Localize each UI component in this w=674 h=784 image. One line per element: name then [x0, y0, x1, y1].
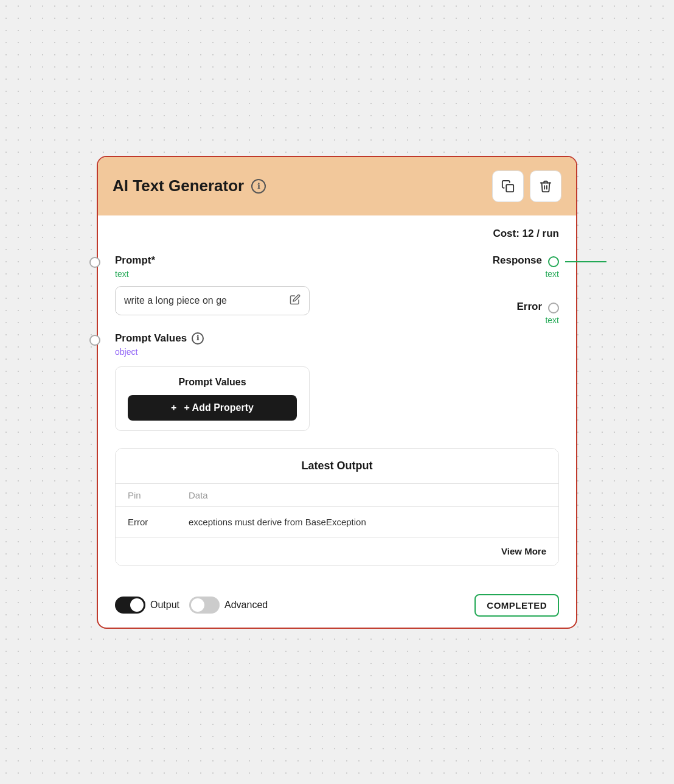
prompt-input-value: write a long piece on ge: [124, 295, 290, 306]
latest-output-title: Latest Output: [116, 449, 558, 484]
advanced-toggle[interactable]: [189, 597, 220, 614]
response-label: Response: [493, 254, 542, 267]
view-more-button[interactable]: View More: [501, 546, 546, 556]
prompt-values-type: object: [115, 347, 493, 357]
row-pin: Error: [128, 517, 189, 527]
edit-icon[interactable]: [290, 294, 301, 307]
info-icon[interactable]: ℹ: [251, 179, 266, 194]
ai-text-generator-card: AI Text Generator ℹ: [97, 156, 577, 629]
header-left: AI Text Generator ℹ: [113, 177, 266, 195]
error-label: Error: [516, 301, 542, 313]
card-header: AI Text Generator ℹ: [98, 157, 576, 215]
prompt-label: Prompt*: [115, 254, 493, 267]
prompt-values-info-icon[interactable]: ℹ: [192, 332, 204, 345]
latest-output-table-header: Pin Data: [116, 484, 558, 507]
cost-display: Cost: 12 / run: [115, 228, 559, 240]
lo-footer: View More: [116, 537, 558, 565]
header-buttons: [492, 170, 561, 202]
output-toggle-wrapper: Output: [115, 597, 179, 614]
table-row: Error exceptions must derive from BaseEx…: [116, 507, 558, 537]
response-output: Response text: [493, 254, 559, 286]
error-type: text: [545, 315, 559, 325]
response-type: text: [545, 269, 559, 279]
advanced-toggle-wrapper: Advanced: [189, 597, 268, 614]
advanced-toggle-knob: [191, 598, 204, 612]
response-connector-line: [565, 261, 606, 262]
output-toggle[interactable]: [115, 597, 145, 614]
prompt-values-box: Prompt Values + + Add Property: [115, 366, 310, 431]
row-data: exceptions must derive from BaseExceptio…: [189, 517, 546, 527]
error-output: Error text: [516, 301, 559, 332]
prompt-values-left-connector: [89, 335, 100, 346]
delete-button[interactable]: [530, 170, 561, 202]
prompt-values-label: Prompt Values ℹ: [115, 332, 493, 345]
prompt-values-box-title: Prompt Values: [128, 377, 297, 388]
card-footer: Output Advanced COMPLETED: [98, 583, 576, 628]
right-outputs: Response text Error text: [493, 254, 559, 332]
output-toggle-label: Output: [150, 600, 179, 611]
col-data-header: Data: [189, 490, 546, 500]
prompt-values-section: Prompt Values ℹ object Prompt Values + +…: [115, 332, 493, 431]
card-title: AI Text Generator: [113, 177, 244, 195]
error-right-connector: [548, 303, 559, 313]
prompt-type: text: [115, 269, 493, 279]
plus-icon: +: [171, 402, 176, 413]
svg-rect-0: [506, 184, 513, 192]
left-inputs: Prompt* text write a long piece on ge: [115, 254, 493, 431]
add-property-button[interactable]: + + Add Property: [128, 395, 297, 421]
col-pin-header: Pin: [128, 490, 189, 500]
copy-button[interactable]: [492, 170, 524, 202]
advanced-toggle-label: Advanced: [224, 600, 268, 611]
prompt-input-box[interactable]: write a long piece on ge: [115, 286, 310, 315]
card-body: Cost: 12 / run Prompt* text write a long…: [98, 215, 576, 583]
prompt-left-connector: [89, 257, 100, 268]
completed-badge: COMPLETED: [474, 594, 559, 617]
output-toggle-knob: [130, 598, 144, 612]
prompt-section: Prompt* text write a long piece on ge: [115, 254, 493, 315]
response-right-connector: [548, 256, 559, 267]
latest-output-section: Latest Output Pin Data Error exceptions …: [115, 448, 559, 566]
add-property-label: + Add Property: [184, 402, 254, 413]
